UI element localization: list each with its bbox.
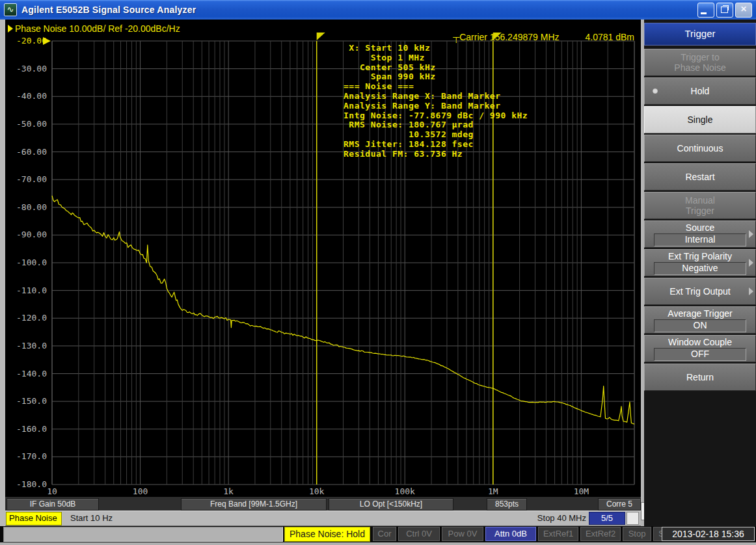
minimize-icon <box>701 12 707 14</box>
x-axis-label: 1k <box>206 486 251 496</box>
x-axis-label: 1M <box>470 486 516 496</box>
y-axis-label: -130.0 <box>5 341 47 351</box>
status-indicator-extref1[interactable]: ExtRef1 <box>538 527 578 541</box>
softkey-menu: Trigger Trigger toPhase NoiseHoldSingleC… <box>644 20 756 526</box>
status-indicator-row: CorCtrl 0VPow 0VAttn 0dBExtRef1ExtRef2St… <box>373 527 678 541</box>
softkey-manual-trigger[interactable]: ManualTrigger <box>644 192 756 219</box>
y-axis-label: -110.0 <box>5 286 47 295</box>
y-axis-label: -100.0 <box>5 258 47 267</box>
softkey-single[interactable]: Single <box>644 106 756 133</box>
x-axis-label: 100 <box>118 486 163 496</box>
softkey-label: Trigger <box>686 206 714 216</box>
softkey-label: Window Couple <box>668 337 732 347</box>
softkey-restart[interactable]: Restart <box>644 163 756 191</box>
app-window: ∿ Agilent E5052B Signal Source Analyzer … <box>0 0 756 545</box>
status-indicator-extref2[interactable]: ExtRef2 <box>580 527 621 541</box>
range-bar-scroll-thumb[interactable] <box>627 512 639 525</box>
softkey-menu-title: Trigger <box>644 23 756 46</box>
x-axis-label: 100k <box>382 486 427 496</box>
phase-noise-chart <box>5 20 641 496</box>
measurement-info-bar: IF Gain 50dBFreq Band [99M-1.5GHz]LO Opt… <box>5 496 641 511</box>
softkey-value: Negative <box>654 262 746 275</box>
softkey-label: Single <box>688 114 713 125</box>
status-bar: Phase Noise: Hold CorCtrl 0VPow 0VAttn 0… <box>0 526 756 542</box>
softkey-return[interactable]: Return <box>644 364 756 391</box>
radio-indicator-icon <box>653 88 658 94</box>
softkey-ext-trig-polarity[interactable]: Ext Trig PolarityNegative <box>644 249 756 276</box>
y-axis-label: -140.0 <box>5 369 47 379</box>
band-marker-flag-icon[interactable] <box>317 33 325 40</box>
analysis-line: RMS Jitter: 184.128 fsec <box>344 140 474 149</box>
softkey-label: Average Trigger <box>668 308 732 319</box>
close-button[interactable]: ✕ <box>735 3 752 18</box>
window-titlebar: ∿ Agilent E5052B Signal Source Analyzer … <box>0 0 756 20</box>
y-axis-label: -60.00 <box>5 147 47 157</box>
status-indicator-ctrl-0v[interactable]: Ctrl 0V <box>398 527 440 541</box>
info-box-correction: Corre 5 <box>598 498 641 511</box>
close-icon: ✕ <box>736 5 751 14</box>
softkey-window-couple[interactable]: Window CoupleOFF <box>644 335 756 362</box>
submenu-arrow-icon <box>749 287 753 295</box>
datetime-readout: 2013-02-18 15:36 <box>662 527 755 541</box>
analysis-line: Residual FM: 63.736 Hz <box>344 150 463 159</box>
sweep-start-readout: Start 10 Hz <box>70 513 113 523</box>
softkey-label: Ext Trig Polarity <box>668 251 732 261</box>
y-axis-label: -170.0 <box>5 451 47 461</box>
status-indicator-attn-0db[interactable]: Attn 0dB <box>485 527 536 541</box>
y-axis-label: -90.00 <box>5 230 47 239</box>
status-message-panel <box>3 527 283 542</box>
softkey-label: Continuous <box>677 143 723 153</box>
y-axis-label: -120.0 <box>5 313 47 323</box>
analysis-line: Span 990 kHz <box>344 72 436 81</box>
y-axis-label: -80.00 <box>5 202 47 212</box>
analysis-line: Analysis Range Y: Band Marker <box>344 101 500 111</box>
trace-page-badge[interactable]: 5/5 <box>589 512 625 525</box>
analysis-line: X: Start 10 kHz <box>344 44 430 53</box>
x-axis-label: 10 <box>29 486 75 496</box>
trigger-status-badge: Phase Noise: Hold <box>284 527 370 542</box>
softkey-trigger-to-phase-noise[interactable]: Trigger toPhase Noise <box>644 49 756 76</box>
y-axis-label: -40.00 <box>5 91 47 101</box>
y-axis-label: -30.00 <box>5 64 47 73</box>
analysis-line: Stop 1 MHz <box>344 53 425 62</box>
softkey-label: Manual <box>685 195 715 206</box>
y-axis-label: -150.0 <box>5 396 47 406</box>
softkey-average-trigger[interactable]: Average TriggerON <box>644 306 756 334</box>
softkey-value: Internal <box>654 233 746 246</box>
softkey-label: Trigger to <box>681 52 719 62</box>
sweep-range-bar: Phase Noise Start 10 Hz Stop 40 MHz 5/5 <box>5 511 641 526</box>
analysis-line: Analysis Range X: Band Marker <box>344 92 500 101</box>
status-indicator-pow-0v[interactable]: Pow 0V <box>442 527 483 541</box>
info-box-points: 853pts <box>487 498 527 511</box>
softkey-label: Hold <box>691 86 710 96</box>
submenu-arrow-icon <box>749 259 753 267</box>
phase-noise-plot-panel: Phase Noise 10.00dB/ Ref -20.00dBc/Hz ┬C… <box>5 20 641 496</box>
analysis-line: Intg Noise: -77.8679 dBc / 990 kHz <box>344 111 528 120</box>
y-axis-label: -160.0 <box>5 424 47 434</box>
analysis-line: === Noise === <box>344 82 414 91</box>
band-marker-flag-icon[interactable] <box>493 33 502 40</box>
submenu-arrow-icon <box>749 230 753 238</box>
window-frame-bottom <box>0 542 756 545</box>
softkey-continuous[interactable]: Continuous <box>644 135 756 162</box>
y-axis-label: -70.00 <box>5 174 47 184</box>
softkey-source[interactable]: SourceInternal <box>644 220 756 248</box>
softkey-ext-trig-output[interactable]: Ext Trig Output <box>644 278 756 305</box>
softkey-label: Restart <box>685 172 714 182</box>
restore-button[interactable] <box>716 3 733 18</box>
y-axis-label: -50.00 <box>5 119 47 129</box>
softkey-value: OFF <box>654 348 746 361</box>
softkey-label: Return <box>686 372 714 382</box>
softkey-label: Phase Noise <box>674 62 725 73</box>
sweep-stop-readout: Stop 40 MHz <box>537 513 586 523</box>
y-axis-reference-label: -20.00 <box>5 36 47 46</box>
x-axis-label: 10k <box>294 486 340 496</box>
status-indicator-stop[interactable]: Stop <box>623 527 651 541</box>
info-box-lo-opt: LO Opt [<150kHz] <box>329 498 453 511</box>
minimize-button[interactable] <box>697 3 714 18</box>
analysis-line: Center 505 kHz <box>344 63 436 72</box>
status-indicator-cor[interactable]: Cor <box>373 527 396 541</box>
analysis-line: RMS Noise: 180.767 µrad <box>344 120 474 129</box>
analysis-line: 10.3572 mdeg <box>344 130 474 139</box>
softkey-hold[interactable]: Hold <box>644 77 756 105</box>
